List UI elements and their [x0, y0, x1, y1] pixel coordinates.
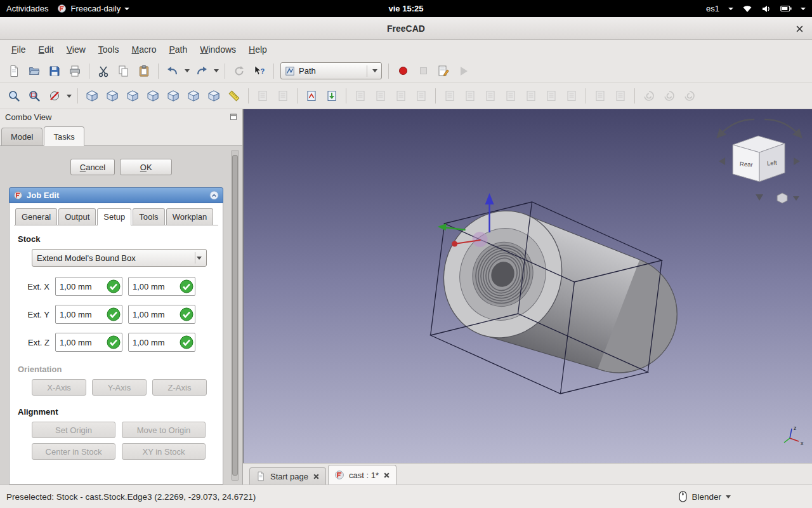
- set-origin-button[interactable]: Set Origin: [32, 422, 115, 438]
- op-drilling-button[interactable]: [480, 86, 501, 105]
- menu-view[interactable]: View: [60, 42, 92, 57]
- job-new-button[interactable]: [301, 86, 322, 105]
- selection-to-path-button[interactable]: [391, 86, 411, 105]
- measure-distance-button[interactable]: [224, 86, 244, 105]
- menu-path[interactable]: Path: [162, 42, 193, 57]
- tab-setup[interactable]: Setup: [97, 208, 131, 225]
- dressup-tag-button[interactable]: [659, 86, 679, 105]
- copy-button[interactable]: [114, 62, 134, 81]
- thread-milling-button[interactable]: [679, 86, 700, 105]
- op-deburr-button[interactable]: [610, 86, 631, 105]
- window-close-button[interactable]: [794, 23, 804, 34]
- draw-style-dropdown[interactable]: [65, 86, 74, 105]
- refresh-button[interactable]: [229, 62, 249, 81]
- nav-style-selector[interactable]: Blender: [679, 491, 731, 502]
- stop-macro-button[interactable]: [413, 62, 433, 81]
- activities-button[interactable]: Actividades: [6, 4, 48, 13]
- open-file-button[interactable]: [24, 62, 44, 81]
- fit-all-button[interactable]: [4, 86, 24, 105]
- app-menu-button[interactable]: Freecad-daily: [57, 4, 129, 13]
- tab-tools[interactable]: Tools: [133, 208, 164, 225]
- whats-this-button[interactable]: ?: [249, 62, 270, 81]
- x-axis-button[interactable]: X-Axis: [32, 379, 86, 396]
- cancel-button[interactable]: Cancel: [70, 159, 115, 175]
- left-view-button[interactable]: [204, 86, 224, 105]
- panel-scrollbar[interactable]: [231, 150, 239, 481]
- xy-in-stock-button[interactable]: XY in Stock: [122, 443, 206, 460]
- save-file-button[interactable]: [44, 62, 65, 81]
- menu-tools[interactable]: Tools: [92, 42, 126, 57]
- nav-cube-rear-face[interactable]: Rear: [740, 160, 753, 168]
- job-template-export-button[interactable]: [322, 86, 342, 105]
- tab-general[interactable]: General: [15, 208, 57, 225]
- op-adaptive-button[interactable]: [541, 86, 561, 105]
- op-pocket-button[interactable]: [460, 86, 480, 105]
- top-view-button[interactable]: [122, 86, 143, 105]
- navigation-cube[interactable]: Rear Left: [716, 119, 802, 203]
- undo-dropdown[interactable]: [183, 62, 192, 81]
- print-button[interactable]: [65, 62, 85, 81]
- tab-start-page[interactable]: Start page: [249, 467, 326, 485]
- redo-dropdown[interactable]: [212, 62, 221, 81]
- job-edit-header[interactable]: Job Edit: [9, 187, 223, 203]
- menu-file[interactable]: File: [5, 42, 32, 57]
- axonometric-view-button[interactable]: [82, 86, 102, 105]
- float-panel-icon[interactable]: [230, 113, 237, 121]
- system-tray[interactable]: es1: [706, 4, 806, 13]
- new-file-button[interactable]: [4, 62, 24, 81]
- fit-selection-button[interactable]: [24, 86, 44, 105]
- tab-output[interactable]: Output: [58, 208, 96, 225]
- dressup-dogbone-button[interactable]: [639, 86, 659, 105]
- cast-model[interactable]: [426, 194, 678, 373]
- menu-edit[interactable]: Edit: [32, 42, 60, 57]
- menu-macro[interactable]: Macro: [126, 42, 163, 57]
- tab-cast-document[interactable]: cast : 1*: [328, 465, 396, 485]
- op-face-button[interactable]: [501, 86, 521, 105]
- close-tab-icon[interactable]: [313, 473, 320, 480]
- y-axis-button[interactable]: Y-Axis: [92, 379, 147, 396]
- menu-windows[interactable]: Windows: [193, 42, 242, 57]
- nav-cube-left-face[interactable]: Left: [767, 159, 778, 166]
- close-tab-icon[interactable]: [383, 472, 390, 479]
- op-helix-button[interactable]: [521, 86, 541, 105]
- redo-button[interactable]: [192, 62, 212, 81]
- tab-model[interactable]: Model: [1, 128, 43, 145]
- tab-tasks[interactable]: Tasks: [44, 126, 84, 146]
- execute-macro-button[interactable]: [454, 62, 474, 81]
- rotate-down-arrow-icon[interactable]: [756, 194, 763, 201]
- tab-workplan[interactable]: Workplan: [166, 208, 214, 225]
- sanity-check-button[interactable]: [273, 86, 293, 105]
- cut-button[interactable]: [93, 62, 114, 81]
- macros-dialog-button[interactable]: [433, 62, 454, 81]
- path-inspect-button[interactable]: [350, 86, 370, 105]
- window-titlebar[interactable]: FreeCAD: [0, 17, 812, 40]
- path-array-button[interactable]: [411, 86, 431, 105]
- scrollbar-thumb[interactable]: [232, 155, 238, 476]
- undo-button[interactable]: [162, 62, 183, 81]
- op-profile-button[interactable]: [440, 86, 460, 105]
- ok-button[interactable]: OK: [120, 159, 172, 175]
- path-simulate-button[interactable]: [370, 86, 391, 105]
- z-axis-button[interactable]: Z-Axis: [152, 379, 207, 396]
- op-slot-button[interactable]: [561, 86, 582, 105]
- nav-cube-menu-icon[interactable]: [777, 193, 799, 203]
- 3d-viewport[interactable]: Rear Left: [243, 109, 812, 463]
- move-to-origin-button[interactable]: Move to Origin: [122, 422, 206, 438]
- workbench-selector[interactable]: Path: [280, 62, 382, 79]
- bottom-view-button[interactable]: [183, 86, 204, 105]
- rotate-right-arrow-icon[interactable]: [794, 157, 800, 165]
- menu-help[interactable]: Help: [242, 42, 273, 57]
- op-engrave-button[interactable]: [590, 86, 610, 105]
- right-view-button[interactable]: [143, 86, 163, 105]
- rear-view-button[interactable]: [163, 86, 183, 105]
- clock[interactable]: vie 15:25: [389, 4, 424, 13]
- front-view-button[interactable]: [102, 86, 122, 105]
- post-process-button[interactable]: [252, 86, 273, 105]
- rotate-left-arrow-icon[interactable]: [719, 157, 725, 165]
- record-macro-button[interactable]: [393, 62, 413, 81]
- collapse-section-icon[interactable]: [209, 190, 219, 200]
- paste-button[interactable]: [134, 62, 154, 81]
- stock-type-dropdown[interactable]: Extend Model's Bound Box: [32, 249, 207, 267]
- keyboard-layout-indicator[interactable]: es1: [706, 4, 719, 13]
- draw-style-button[interactable]: [44, 86, 65, 105]
